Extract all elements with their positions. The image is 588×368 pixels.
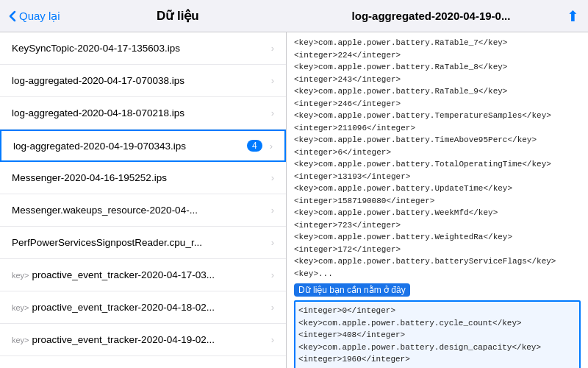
file-content-panel: <key>com.apple.power.battery.RaTable_7</… bbox=[287, 32, 588, 368]
file-item-name: proactive_event_tracker-2020-04-17-03... bbox=[32, 269, 268, 280]
key-label: key> bbox=[12, 336, 29, 344]
highlighted-content-text: <integer>0</integer> <key>com.apple.powe… bbox=[298, 305, 576, 368]
chevron-right-icon: › bbox=[271, 269, 274, 280]
list-item[interactable]: Messenger.wakeups_resource-2020-04-...› bbox=[0, 194, 286, 227]
list-item[interactable]: key>proactive_notification-2020-04-19-11… bbox=[0, 356, 286, 368]
list-item[interactable]: log-aggregated-2020-04-18-070218.ips› bbox=[0, 97, 286, 130]
chevron-right-icon: › bbox=[271, 205, 274, 216]
back-label: Quay lại bbox=[19, 10, 60, 23]
highlighted-content: <integer>0</integer> <key>com.apple.powe… bbox=[294, 300, 581, 368]
list-item[interactable]: key>proactive_event_tracker-2020-04-17-0… bbox=[0, 259, 286, 291]
back-button[interactable]: Quay lại bbox=[9, 10, 60, 23]
file-item-name: Messenger.wakeups_resource-2020-04-... bbox=[12, 205, 268, 216]
list-item[interactable]: log-aggregated-2020-04-19-070343.ips4› bbox=[0, 130, 286, 162]
list-item[interactable]: PerfPowerServicesSignpostReader.cpu_r...… bbox=[0, 227, 286, 259]
key-label: key> bbox=[12, 271, 29, 280]
detail-title: log-aggregated-2020-04-19-0... bbox=[295, 10, 567, 22]
chevron-right-icon: › bbox=[271, 75, 274, 86]
list-item[interactable]: KeySyncTopic-2020-04-17-135603.ips› bbox=[0, 32, 286, 65]
chevron-right-icon: › bbox=[271, 172, 274, 183]
file-item-name: proactive_event_tracker-2020-04-18-02... bbox=[32, 302, 268, 313]
file-item-name: proactive_event_tracker-2020-04-19-02... bbox=[32, 334, 268, 345]
file-item-name: log-aggregated-2020-04-17-070038.ips bbox=[12, 75, 268, 86]
file-item-badge: 4 bbox=[247, 140, 262, 152]
file-item-name: log-aggregated-2020-04-19-070343.ips bbox=[13, 141, 247, 152]
main-content: KeySyncTopic-2020-04-17-135603.ips›log-a… bbox=[0, 32, 588, 368]
chevron-right-icon: › bbox=[271, 43, 274, 54]
list-item[interactable]: Messenger-2020-04-16-195252.ips› bbox=[0, 162, 286, 194]
list-item[interactable]: key>proactive_event_tracker-2020-04-19-0… bbox=[0, 324, 286, 356]
nav-bar: Quay lại Dữ liệu log-aggregated-2020-04-… bbox=[0, 0, 588, 32]
chevron-left-icon bbox=[9, 10, 16, 22]
list-item[interactable]: log-aggregated-2020-04-17-070038.ips› bbox=[0, 65, 286, 97]
left-panel-title: Dữ liệu bbox=[60, 8, 295, 24]
chevron-right-icon: › bbox=[271, 302, 274, 313]
list-item[interactable]: key>proactive_event_tracker-2020-04-18-0… bbox=[0, 291, 286, 324]
file-item-name: PerfPowerServicesSignpostReader.cpu_r... bbox=[12, 237, 268, 248]
file-item-name: Messenger-2020-04-16-195252.ips bbox=[12, 172, 268, 183]
share-button[interactable]: ⬆ bbox=[567, 7, 579, 25]
file-list-panel: KeySyncTopic-2020-04-17-135603.ips›log-a… bbox=[0, 32, 287, 368]
chevron-right-icon: › bbox=[271, 237, 274, 248]
file-item-name: log-aggregated-2020-04-18-070218.ips bbox=[12, 107, 268, 118]
file-item-name: KeySyncTopic-2020-04-17-135603.ips bbox=[12, 43, 268, 54]
content-before: <key>com.apple.power.battery.RaTable_7</… bbox=[294, 37, 581, 280]
key-label: key> bbox=[12, 303, 29, 312]
content-before-text: <key>com.apple.power.battery.RaTable_7</… bbox=[294, 37, 581, 280]
chevron-right-icon: › bbox=[271, 107, 274, 118]
highlight-label: Dữ liệu bạn cần nằm ở đây bbox=[294, 283, 410, 297]
chevron-right-icon: › bbox=[271, 334, 274, 345]
chevron-right-icon: › bbox=[270, 141, 273, 152]
